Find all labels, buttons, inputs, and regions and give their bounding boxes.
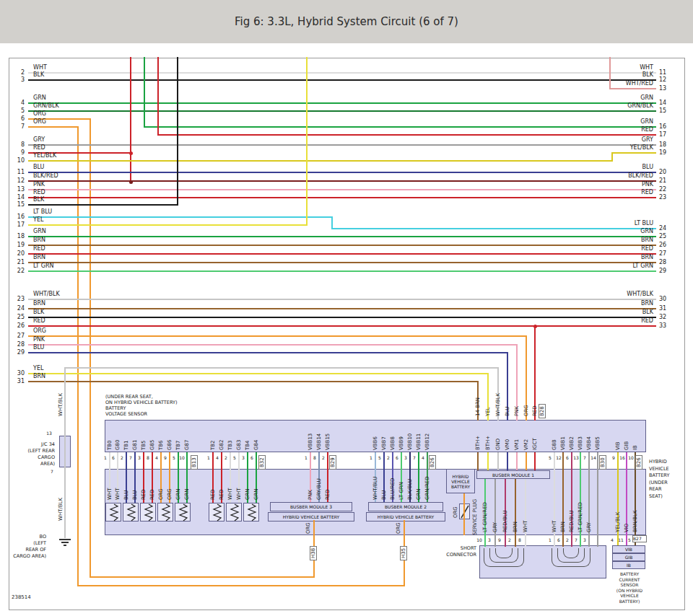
terminal-label: VBB1 (560, 436, 566, 450)
diagram-border (9, 610, 685, 610)
left-pin-20: 20 (10, 250, 25, 257)
terminal-label: TB6 (158, 440, 164, 450)
vertical-wire (571, 452, 572, 547)
pin-number: 7 (580, 454, 589, 461)
wire-color-label: GRY (549, 136, 653, 143)
connector-id-label: B26 (635, 455, 642, 470)
vertical-wire-label: GRY/BLU (316, 478, 322, 500)
terminal-label: ORG (305, 522, 311, 534)
terminal-label: TB0 (107, 440, 113, 450)
pin-number: 9 (495, 537, 504, 543)
wire-grn-16 (144, 57, 145, 128)
wire-ltblu-16-24 (28, 216, 333, 218)
wire-color-label: GRY (33, 136, 45, 143)
vertical-wire (516, 452, 518, 470)
terminal-label: ORG (453, 506, 458, 518)
terminal-label: G86 (167, 440, 173, 450)
terminal-label: ORG (523, 405, 529, 416)
coil-symbol (175, 503, 191, 522)
vertical-wire (562, 452, 564, 547)
pin-number: 5 (230, 454, 239, 461)
terminal-label: BTH+ (475, 436, 481, 450)
right-pin-14: 14 (659, 100, 666, 106)
pin-number: 5 (546, 454, 554, 461)
right-pin-33: 33 (659, 322, 666, 329)
terminal-label: BLU (505, 407, 510, 416)
left-pin-29: 29 (10, 349, 25, 356)
vertical-wire (463, 493, 465, 535)
pin-number: 4 (419, 454, 427, 461)
right-pin-19: 19 (659, 149, 666, 156)
sensor-caption: (UNDER REAR SEAT, ON HYBRID VEHICLE BATT… (105, 394, 214, 417)
wire-color-label: BRN (549, 237, 653, 243)
connector-id-label: B29 (329, 455, 336, 470)
pin-number: 1 (367, 454, 375, 461)
terminal-label: TB7 (175, 440, 181, 450)
terminal-label: G83 (236, 440, 242, 450)
junction-dot (129, 180, 133, 184)
battery-current-sensor-label: BATTERY CURRENT SENSOR (ON HYBRID VEHICL… (609, 571, 650, 604)
right-pin-32: 32 (659, 314, 666, 320)
vertical-wire-label: BRN/BLK (632, 510, 638, 532)
right-pin-16: 16 (659, 123, 666, 130)
wire-yel-17 (28, 224, 308, 226)
terminal-label: ORG (396, 522, 401, 534)
wire-org-6 (90, 118, 91, 578)
vertical-wire-label: GRN (253, 488, 259, 500)
pin-number: 6 (393, 454, 401, 461)
right-pin-29: 29 (659, 268, 666, 274)
right-pin-26: 26 (659, 242, 666, 248)
pin-number: 4 (213, 454, 222, 461)
vertical-wire-label: LT GRN/RED (482, 502, 488, 532)
pin-number: 2 (384, 454, 393, 461)
ground-symbol (59, 539, 71, 540)
pin-number: 1 (302, 454, 310, 461)
vertical-wire (477, 452, 479, 470)
right-pin-17: 17 (659, 131, 666, 138)
pin-number: 6 (109, 454, 118, 461)
pin-number: 12 (554, 454, 563, 461)
vertical-wire-label: WHT (107, 488, 113, 500)
terminal-label: GIB (624, 441, 629, 450)
pin-number: 13 (572, 454, 580, 461)
terminal-label: VBB10 (407, 434, 413, 450)
wire-color-label: YEL (33, 365, 43, 371)
terminal-label: IB (632, 445, 638, 450)
jc34-label: J/C 34 (LEFT REAR CARGO AREA) (10, 441, 55, 467)
left-pin-9: 9 (10, 149, 25, 156)
vertical-wire-label: RED (149, 489, 155, 500)
terminal-label: WHT/BLK (58, 498, 64, 521)
pin-number: 2 (563, 537, 572, 543)
wire-color-label: BLU (33, 164, 44, 170)
terminal-label: BTH+ (485, 436, 491, 450)
vertical-wire-label: GRN (184, 488, 190, 500)
wire-color-label: LT BLU (549, 220, 653, 226)
right-pin-28: 28 (659, 259, 666, 265)
left-pin-26: 26 (10, 322, 25, 329)
pin-number: 9 (609, 454, 618, 461)
right-pin-25: 25 (659, 233, 666, 239)
pin-number: 2 (222, 454, 230, 461)
wire-color-label: ORG (33, 110, 46, 117)
left-pin-27: 27 (10, 333, 25, 339)
terminal-label: TB4 (245, 440, 250, 450)
wire-color-label: RED (549, 126, 653, 133)
pin-number: 16 (618, 454, 627, 461)
pin-number: 7 (410, 454, 419, 461)
diagram-border (9, 58, 9, 610)
wire-color-label: YEL/BLK (33, 152, 56, 159)
terminal-label: SERVICE PLUG (472, 499, 478, 535)
pin-number: 7 (126, 454, 135, 461)
bo-label: BO (LEFT REAR OF CARGO AREA) (6, 534, 46, 560)
terminal-label: TB1 (123, 440, 129, 450)
wire-pnk-28 (28, 344, 518, 346)
left-pin-13: 13 (10, 186, 25, 193)
pin-number: 8 (310, 454, 319, 461)
right-pin-24: 24 (659, 225, 666, 232)
wire-color-label: WHT/RED (549, 80, 653, 87)
vertical-wire-label: RED (141, 489, 147, 500)
wire-whtblk-ground (64, 367, 66, 538)
wire-color-label: YEL (33, 216, 43, 223)
left-pin-22: 22 (10, 268, 25, 274)
hybrid-vehicle-battery-3-box: HYBRID VEHICLE BATTERY (268, 512, 354, 522)
